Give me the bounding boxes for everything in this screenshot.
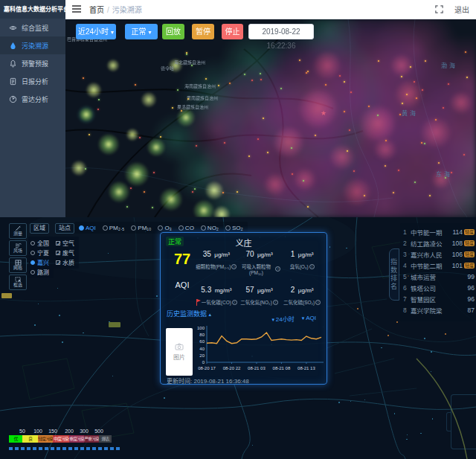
info-icon[interactable]: i	[232, 300, 237, 305]
svg-text:40: 40	[199, 347, 205, 351]
radio-icon	[30, 260, 35, 265]
history-data-link[interactable]: 历史监测数据 ▴	[167, 309, 211, 318]
stop-button[interactable]: 停止	[222, 24, 243, 39]
pollutant-option-pm10[interactable]: PM₁₀	[131, 225, 151, 231]
ranking-tab[interactable]: 指数排名	[389, 248, 399, 301]
pollution-heatmap[interactable]: 巴音郭楞蒙古自治州 德令哈 海北藏族自治州 海南藏族自治州 黄南藏族自治州 果洛…	[65, 19, 476, 217]
reading-so2: 2 μg/m³ 二氧化硫(SO₂)i	[280, 282, 324, 310]
collapsed-side-panel[interactable]	[451, 394, 476, 449]
chart-filter-selects: 24小时 AQI	[271, 315, 316, 323]
svg-text:08-20 17: 08-20 17	[198, 366, 216, 370]
region-option-jiaxing[interactable]: 嘉兴	[30, 257, 51, 267]
svg-text:0: 0	[202, 360, 205, 365]
sidebar-item-label: 日报分析	[22, 77, 48, 86]
mode-dropdown[interactable]: 正常▾	[125, 24, 158, 39]
table-row[interactable]: 3嘉兴市人民106轻度	[403, 248, 475, 260]
sidebar-item-radar[interactable]: 雷达分析	[0, 90, 65, 108]
aqi-trend-chart: 02040608010008-20 1708-20 2208-21 0308-2…	[193, 324, 324, 373]
radio-icon	[30, 270, 35, 275]
sidebar-item-monitor[interactable]: 综合监视	[0, 19, 65, 36]
svg-text:08-20 22: 08-20 22	[223, 366, 241, 370]
time-range-select[interactable]: 24小时	[271, 315, 294, 323]
breadcrumb: 首页/污染溯源	[89, 4, 142, 15]
box-select-icon	[15, 277, 22, 283]
sidebar-item-daily-report[interactable]: 日报分析	[0, 72, 65, 90]
hamburger-menu-icon[interactable]	[71, 3, 82, 16]
measure-tool-button[interactable]: 测量	[9, 223, 27, 239]
radio-icon	[131, 225, 136, 231]
reading-co: 5.3 mg/m³ 一氧化碳(CO)i	[195, 282, 238, 310]
sea-label: 黄海	[402, 109, 418, 117]
table-row[interactable]: 4中节能二期101轻度	[403, 260, 475, 271]
region-option-national[interactable]: 全国	[30, 238, 51, 248]
station-option-air[interactable]: ✓空气	[56, 238, 77, 248]
station-photo-placeholder[interactable]: 图片	[166, 328, 193, 376]
info-icon[interactable]: i	[309, 264, 315, 269]
table-row[interactable]: 2纺工路凌公108轻度	[403, 237, 475, 248]
station-option-exhaust[interactable]: ✓废气	[56, 248, 77, 257]
chevron-down-icon: ▾	[148, 29, 151, 36]
top-header: 首页/污染溯源 退出	[65, 0, 476, 19]
box-select-tool-button[interactable]: 框选	[9, 275, 27, 290]
pollutant-option-so2[interactable]: SO₂	[225, 225, 243, 231]
station-option-water[interactable]: ✓水质	[56, 257, 77, 267]
aqi-color-legend: 50 100 150 200 300 500 优 良 轻度污染 中度污染 重度污…	[9, 428, 120, 450]
breadcrumb-current: 污染溯源	[112, 6, 142, 14]
radar-icon	[9, 95, 17, 103]
wind-field-tool-button[interactable]: 风场	[9, 240, 27, 256]
table-row[interactable]: 1中节能一期114轻度	[403, 226, 475, 237]
svg-text:08-21 03: 08-21 03	[248, 366, 266, 370]
pollutant-option-pm25[interactable]: PM₂.₅	[103, 225, 125, 231]
station-dropdown-button[interactable]: 站点	[55, 223, 74, 234]
region-dropdown-button[interactable]: 区域	[30, 223, 49, 234]
radio-icon	[201, 225, 206, 231]
pollutant-option-no2[interactable]: NO₂	[201, 225, 219, 231]
app-window: 嘉科信息大数据分析平台 综合监视 污染溯源 预警预报 日报分析 雷达分析 首页/…	[0, 0, 476, 459]
sidebar-item-label: 预警预报	[22, 59, 48, 68]
bell-icon	[9, 60, 17, 68]
table-row[interactable]: 6铁塔公司96	[403, 282, 475, 293]
pollutant-option-aqi[interactable]: AQI	[79, 225, 96, 231]
metric-select[interactable]: AQI	[302, 315, 316, 323]
sidebar-item-label: 污染溯源	[22, 41, 48, 51]
station-detail-popup: 正常 义庄 77 AQI 35 μg/m³ 细颗粒物(PM₂.₅)i 70 μg…	[160, 232, 327, 385]
table-row[interactable]: 8嘉兴学院梁87	[403, 304, 475, 315]
table-row[interactable]: 7智慧园区96	[403, 293, 475, 304]
time-range-dropdown[interactable]: 近24小时▾	[76, 24, 116, 39]
region-option-roadtest[interactable]: 路测	[30, 267, 51, 277]
info-icon[interactable]: i	[275, 266, 280, 272]
document-icon	[9, 77, 17, 86]
sidebar-item-label: 雷达分析	[22, 94, 48, 104]
grid-tool-button[interactable]: 网格	[9, 257, 27, 273]
pollutant-option-o3[interactable]: O₃	[158, 225, 171, 231]
info-icon[interactable]: i	[273, 300, 278, 305]
checkbox-icon: ✓	[56, 260, 60, 265]
info-icon[interactable]: i	[231, 264, 237, 269]
wind-icon	[15, 243, 22, 248]
breadcrumb-home[interactable]: 首页	[89, 6, 104, 14]
replay-button[interactable]: 回放	[162, 24, 184, 39]
svg-text:20: 20	[199, 353, 205, 358]
eye-icon	[9, 24, 17, 32]
sidebar-item-warning[interactable]: 预警预报	[0, 54, 65, 72]
radio-icon	[30, 251, 35, 255]
logout-button[interactable]: 退出	[454, 4, 469, 15]
table-row[interactable]: 5城市运营99	[403, 271, 475, 282]
aqi-ranking-panel: 1中节能一期114轻度 2纺工路凌公108轻度 3嘉兴市人民106轻度 4中节能…	[400, 223, 476, 321]
radio-icon	[79, 225, 84, 231]
map-label: 海南藏族自治州	[184, 83, 216, 89]
svg-text:60: 60	[199, 339, 205, 344]
radio-icon	[158, 225, 163, 231]
datetime-display[interactable]: 2019-08-22 16:22:36	[248, 24, 314, 39]
fullscreen-icon[interactable]	[434, 4, 444, 14]
playback-progress-dashes[interactable]	[9, 447, 120, 450]
pollutant-option-co[interactable]: CO	[178, 225, 194, 231]
svg-text:80: 80	[199, 333, 205, 337]
pause-button[interactable]: 暂停	[192, 24, 214, 39]
city-map[interactable]: 测量 风场 网格 框选 区域 全国 宁夏 嘉兴 路测 站点 ✓空气 ✓废气 ✓水…	[0, 217, 476, 459]
sidebar-item-pollution-trace[interactable]: 污染溯源	[0, 36, 65, 54]
map-label: 果洛藏族自治州	[177, 103, 208, 110]
water-drop-icon	[9, 42, 17, 50]
region-option-ningxia[interactable]: 宁夏	[30, 248, 51, 257]
info-icon[interactable]: i	[315, 300, 321, 305]
